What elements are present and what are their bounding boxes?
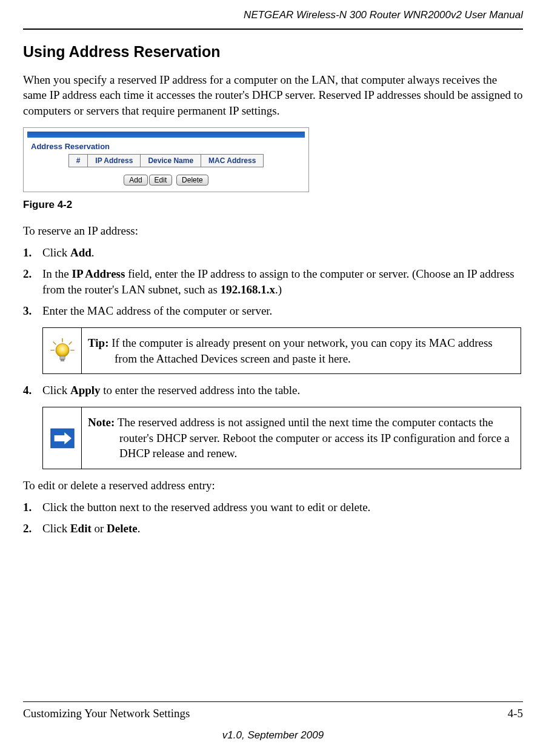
- text: Enter the MAC address of the computer or…: [42, 304, 272, 317]
- text: Click: [42, 246, 70, 259]
- bold-apply: Apply: [70, 384, 101, 396]
- reserve-step-4: Click Apply to enter the reserved addres…: [23, 383, 523, 398]
- note-label: Note:: [88, 416, 115, 429]
- lightbulb-icon: [49, 338, 76, 364]
- edit-lead: To edit or delete a reserved address ent…: [23, 478, 523, 493]
- reserve-steps-cont: Click Apply to enter the reserved addres…: [23, 383, 523, 398]
- bold-subnet: 192.168.1.x: [221, 283, 275, 296]
- svg-rect-7: [61, 360, 64, 361]
- text: to enter the reserved address into the t…: [101, 384, 301, 396]
- svg-point-5: [56, 343, 69, 356]
- reserve-step-2: In the IP Address field, enter the IP ad…: [23, 266, 523, 297]
- edit-button[interactable]: Edit: [149, 175, 173, 186]
- reserve-step-1: Click Add.: [23, 245, 523, 261]
- intro-paragraph: When you specify a reserved IP address f…: [23, 72, 523, 119]
- text: Click: [42, 522, 70, 535]
- figure-screenshot: Address Reservation # IP Address Device …: [23, 127, 309, 192]
- reserve-steps: Click Add. In the IP Address field, ente…: [23, 245, 523, 319]
- figure-titlebar: [27, 132, 305, 138]
- edit-step-1: Click the button next to the reserved ad…: [23, 500, 523, 515]
- note-text: Note: The reserved address is not assign…: [88, 415, 512, 461]
- delete-button[interactable]: Delete: [176, 175, 208, 186]
- tip-text: Tip: If the computer is already present …: [88, 335, 512, 366]
- svg-line-2: [69, 342, 72, 344]
- page-header: NETGEAR Wireless-N 300 Router WNR2000v2 …: [23, 0, 523, 28]
- text: .): [275, 283, 282, 296]
- text: .: [138, 522, 141, 535]
- figure-button-row: AddEdit Delete: [27, 171, 305, 187]
- add-button[interactable]: Add: [124, 175, 147, 186]
- bold-edit: Edit: [70, 522, 92, 535]
- svg-rect-6: [59, 356, 64, 360]
- reserve-lead: To reserve an IP address:: [23, 223, 523, 239]
- text: Click: [42, 384, 70, 396]
- footer-page-number: 4-5: [508, 706, 523, 721]
- col-ip-address: IP Address: [88, 155, 141, 167]
- tip-text-cell: Tip: If the computer is already present …: [82, 328, 521, 373]
- tip-icon-cell: [43, 328, 82, 373]
- text: .: [92, 246, 95, 259]
- footer-chapter: Customizing Your Network Settings: [23, 706, 190, 721]
- note-body: The reserved address is not assigned unt…: [115, 416, 509, 460]
- page-footer: Customizing Your Network Settings 4-5 v1…: [23, 701, 523, 743]
- figure-panel-title: Address Reservation: [31, 141, 305, 152]
- col-mac-address: MAC Address: [201, 155, 264, 167]
- col-number: #: [68, 155, 88, 167]
- edit-step-2: Click Edit or Delete.: [23, 521, 523, 537]
- text: In the: [42, 267, 72, 280]
- text: Click the button next to the reserved ad…: [42, 501, 370, 513]
- header-rule: [23, 28, 523, 30]
- bold-ip-address: IP Address: [72, 267, 125, 280]
- arrow-icon: [50, 428, 75, 449]
- col-device-name: Device Name: [141, 155, 201, 167]
- address-reservation-table: # IP Address Device Name MAC Address: [68, 154, 264, 167]
- note-text-cell: Note: The reserved address is not assign…: [82, 407, 521, 469]
- figure-caption: Figure 4-2: [23, 198, 523, 212]
- footer-rule: [23, 701, 523, 702]
- svg-line-1: [53, 342, 55, 344]
- reserve-step-3: Enter the MAC address of the computer or…: [23, 303, 523, 319]
- text: or: [92, 522, 107, 535]
- note-icon-cell: [43, 407, 82, 469]
- tip-callout: Tip: If the computer is already present …: [42, 327, 521, 374]
- bold-delete: Delete: [107, 522, 138, 535]
- edit-steps: Click the button next to the reserved ad…: [23, 500, 523, 537]
- note-callout: Note: The reserved address is not assign…: [42, 407, 521, 469]
- footer-version: v1.0, September 2009: [23, 729, 523, 743]
- bold-add: Add: [70, 246, 92, 259]
- tip-body: If the computer is already present on yo…: [109, 336, 493, 365]
- tip-label: Tip:: [88, 336, 109, 349]
- section-heading: Using Address Reservation: [23, 42, 523, 62]
